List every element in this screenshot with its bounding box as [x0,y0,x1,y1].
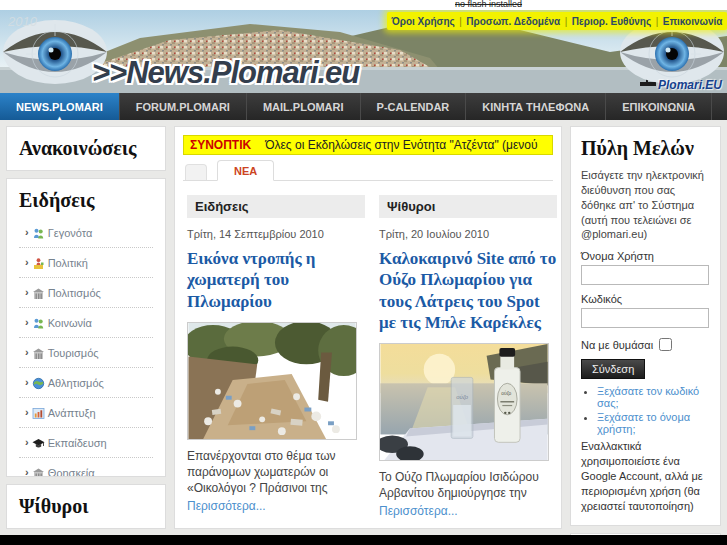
menu-contact-link[interactable]: Επικοινωνία [663,16,723,27]
login-button[interactable]: Σύνδεση [581,359,645,379]
nav-mail-plomari[interactable]: MAIL.PLOMARI [247,93,361,120]
building-icon [32,286,45,299]
ticker-label: ΣΥΝΟΠΤΙΚ [190,138,251,152]
news-column-eidiseis: Ειδήσεις Τρίτη, 14 Σεπτεμβρίου 2010 Εικό… [187,195,365,529]
menu-separator: | [565,16,568,27]
main-navigation: NEWS.PLOMARI FORUM.PLOMARI MAIL.PLOMARI … [0,93,727,120]
member-portal-title: Πύλη Μελών [581,137,710,160]
category-events[interactable]: › Γεγονότα [19,218,153,248]
tab-stub[interactable] [185,164,207,180]
left-sidebar: Ανακοινώσεις Ειδήσεις › Γεγονότα › Πολιτ… [6,126,166,529]
forgot-password-link[interactable]: Ξεχάσατε τον κωδικό σας; [597,385,710,409]
announcements-module: Ανακοινώσεις [6,126,166,171]
category-religion[interactable]: › Θρησκεία [19,458,153,477]
column-header: Ψίθυροι [379,195,557,218]
article-excerpt: Το Ούζο Πλωμαρίου Ισιδώρου Αρβανίτου δημ… [379,469,557,501]
site-header: 2010 Όροι Χρήσης| Προσωπ. Δεδομένα| Περι… [0,10,727,93]
menu-terms-link[interactable]: Όροι Χρήσης [392,16,455,27]
nav-contact[interactable]: ΕΠΙΚΟΙΝΩΝΙΑ [606,93,712,120]
graduation-cap-icon [32,436,45,449]
category-sports[interactable]: › Αθλητισμός [19,368,153,398]
remember-me-checkbox[interactable] [659,338,672,351]
column-header: Ειδήσεις [187,195,365,218]
login-instructions: Εισάγετε την ηλεκτρονική διεύθυνση που σ… [581,168,710,242]
news-categories-title: Ειδήσεις [19,189,153,212]
right-sidebar: Πύλη Μελών Εισάγετε την ηλεκτρονική διεύ… [570,126,721,529]
menu-separator: | [459,16,462,27]
news-categories-module: Ειδήσεις › Γεγονότα › Πολιτική › Πολιτισ… [6,178,166,477]
category-politics[interactable]: › Πολιτική [19,248,153,278]
read-more-link[interactable]: Περισσότερα... [187,499,266,513]
menu-liability-link[interactable]: Περιορ. Ευθύνης [572,16,651,27]
article-date: Τρίτη, 20 Ιουλίου 2010 [379,228,557,240]
nav-mobile-phones[interactable]: ΚΙΝΗΤΑ ΤΗΛΕΦΩΝΑ [466,93,606,120]
ticker-text: Όλες οι Εκδηλώσεις στην Ενότητα "Ατζέντα… [265,138,537,152]
bullet-arrow-icon: › [25,467,29,477]
bullet-arrow-icon: › [25,317,29,328]
building-icon [32,346,45,359]
chart-icon [32,406,45,419]
news-ticker[interactable]: ΣΥΝΟΠΤΙΚ Όλες οι Εκδηλώσεις στην Ενότητα… [183,135,553,155]
whispers-title: Ψίθυροι [19,495,153,518]
bullet-arrow-icon: › [25,257,29,268]
building-icon [32,466,45,477]
news-column-psithyroi: Ψίθυροι Τρίτη, 20 Ιουλίου 2010 Καλοκαιρι… [379,195,557,529]
brand-label: Plomari.EU [658,78,722,92]
tab-row: ΝΕΑ [183,157,553,181]
bullet-arrow-icon: › [25,347,29,358]
username-label: Όνομα Χρήστη [581,250,710,262]
menu-privacy-link[interactable]: Προσωπ. Δεδομένα [466,16,560,27]
people-icon [32,316,45,329]
svg-text:ούζο: ούζο [501,390,511,396]
category-list: › Γεγονότα › Πολιτική › Πολιτισμός › [19,218,153,477]
password-input[interactable] [581,308,709,328]
whispers-module: Ψίθυροι [6,484,166,529]
flash-notice-text: no flash installed [455,0,522,9]
category-tourism[interactable]: › Τουρισμός [19,338,153,368]
legal-menu: Όροι Χρήσης| Προσωπ. Δεδομένα| Περιορ. Ε… [387,12,727,30]
forgot-username-link[interactable]: Ξεχάσατε το όνομα χρήστη; [597,411,710,435]
nav-news-plomari[interactable]: NEWS.PLOMARI [0,93,120,120]
password-label: Κωδικός [581,293,710,305]
globe-icon [32,376,45,389]
flash-placeholder: no flash installed [0,0,727,10]
nav-p-calendar[interactable]: P-CALENDAR [361,93,467,120]
content-area: Ανακοινώσεις Ειδήσεις › Γεγονότα › Πολιτ… [0,120,727,535]
remember-me-row: Να με θυμάσαι [581,338,710,351]
announcements-title: Ανακοινώσεις [19,137,153,160]
tab-nea[interactable]: ΝΕΑ [217,160,274,181]
nav-forum-plomari[interactable]: FORUM.PLOMARI [120,93,247,120]
footer-strip [0,535,727,545]
landfill-article-image [187,322,357,440]
remember-me-label: Να με θυμάσαι [581,339,653,351]
category-society[interactable]: › Κοινωνία [19,308,153,338]
submissions-module: Υποβολές › Σύνδεση και Υποβολή [570,533,721,535]
menu-separator: | [656,16,659,27]
site-logo[interactable]: >>News.Plomari.eu [92,55,359,91]
ouzo-glass: ούζο [451,377,473,438]
username-input[interactable] [581,265,709,285]
main-column: ΣΥΝΟΠΤΙΚ Όλες οι Εκδηλώσεις στην Ενότητα… [174,126,562,529]
news-columns: Ειδήσεις Τρίτη, 14 Σεπτεμβρίου 2010 Εικό… [183,195,553,529]
people-icon [32,226,45,239]
year-overlay: 2010 [8,14,37,29]
svg-text:ούζο: ούζο [456,394,469,401]
forgot-links: Ξεχάσατε τον κωδικό σας; Ξεχάσατε το όνο… [597,385,710,435]
read-more-link[interactable]: Περισσότερα... [379,504,458,518]
article-excerpt: Επανέρχονται στο θέμα των παράνομων χωμα… [187,448,365,497]
article-title-link[interactable]: Καλοκαιρινό Site από το Ούζο Πλωμαρίου γ… [379,248,557,333]
article-date: Τρίτη, 14 Σεπτεμβρίου 2010 [187,228,365,240]
ouzo-article-image: ούζο ούζο [379,343,549,461]
category-education[interactable]: › Εκπαίδευση [19,428,153,458]
bullet-arrow-icon: › [25,227,29,238]
bullet-arrow-icon: › [25,437,29,448]
politics-icon [32,256,45,269]
google-account-note: Εναλλακτικά χρησιμοποιείστε ένα Google A… [581,439,710,513]
category-culture[interactable]: › Πολιτισμός [19,278,153,308]
bullet-arrow-icon: › [25,377,29,388]
bullet-arrow-icon: › [25,407,29,418]
article-title-link[interactable]: Εικόνα ντροπής η χωματερή του Πλωμαρίου [187,248,365,312]
member-login-module: Πύλη Μελών Εισάγετε την ηλεκτρονική διεύ… [570,126,721,526]
bullet-arrow-icon: › [25,287,29,298]
category-development[interactable]: › Ανάπτυξη [19,398,153,428]
